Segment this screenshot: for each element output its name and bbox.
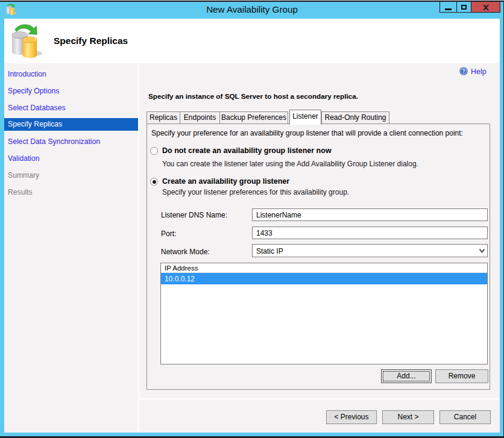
svg-text:?: ? (462, 68, 465, 74)
